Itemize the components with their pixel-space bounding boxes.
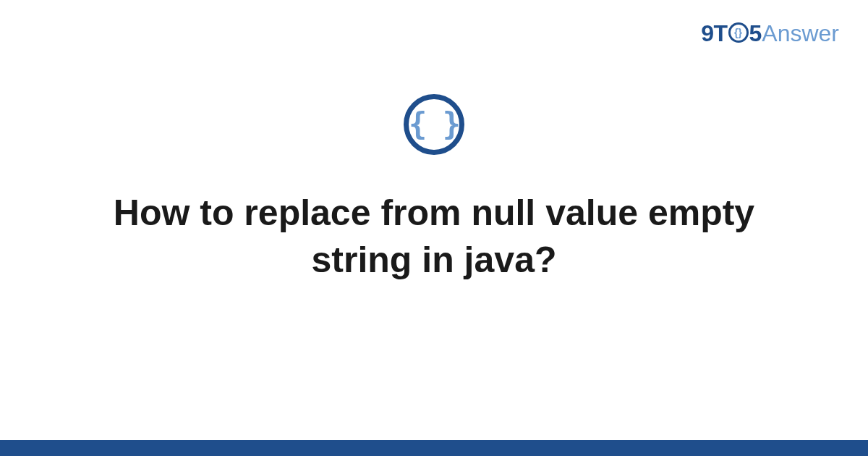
logo-prefix: 9T: [701, 20, 727, 47]
logo-o-circle: {}: [728, 22, 749, 43]
site-logo: 9T {} 5 Answer: [701, 20, 839, 47]
logo-word: Answer: [762, 20, 839, 47]
topic-icon-circle: { }: [404, 94, 464, 155]
page-title: How to replace from null value empty str…: [109, 190, 760, 284]
logo-suffix: 5: [749, 20, 762, 47]
footer-bar: [0, 440, 868, 456]
braces-icon: { }: [409, 109, 459, 140]
main-content: { } How to replace from null value empty…: [0, 94, 868, 284]
logo-o-braces-icon: {}: [734, 28, 742, 38]
